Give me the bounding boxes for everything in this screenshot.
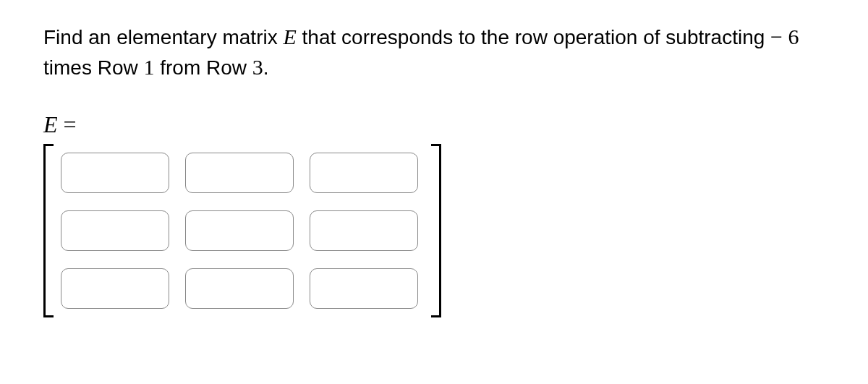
- matrix-bracket-right: [431, 144, 441, 317]
- matrix-cell-2-2[interactable]: [185, 210, 294, 251]
- question-coef: 6: [788, 25, 799, 48]
- equation-label: E =: [43, 111, 825, 138]
- question-text-part3: times Row: [43, 56, 143, 79]
- matrix-cell-3-3[interactable]: [310, 268, 418, 309]
- matrix-cell-3-2[interactable]: [185, 268, 294, 309]
- matrix-body: [54, 144, 431, 317]
- matrix-bracket-left: [43, 144, 54, 317]
- matrix-row-2: [61, 210, 418, 251]
- question-text-part1: Find an elementary matrix: [43, 26, 283, 48]
- matrix-cell-1-2[interactable]: [185, 153, 294, 193]
- matrix-cell-3-1[interactable]: [61, 268, 169, 309]
- question-text-part4: from Row: [154, 56, 252, 79]
- question-row-to: 3: [252, 55, 263, 79]
- equation-var-E: E: [43, 111, 58, 137]
- equation-equals: =: [58, 111, 77, 137]
- matrix-row-3: [61, 268, 418, 309]
- matrix-container: [43, 144, 825, 317]
- question-var-E: E: [283, 25, 296, 48]
- matrix-cell-2-3[interactable]: [310, 210, 418, 251]
- question-text-part2: that corresponds to the row operation of…: [297, 26, 770, 48]
- question-prompt: Find an elementary matrix E that corresp…: [43, 22, 825, 82]
- matrix-row-1: [61, 153, 418, 193]
- question-text-part5: .: [263, 56, 269, 79]
- question-row-from: 1: [143, 55, 154, 79]
- matrix-cell-1-1[interactable]: [61, 153, 169, 193]
- matrix-cell-2-1[interactable]: [61, 210, 169, 251]
- question-minus: −: [770, 25, 783, 48]
- matrix-cell-1-3[interactable]: [310, 153, 418, 193]
